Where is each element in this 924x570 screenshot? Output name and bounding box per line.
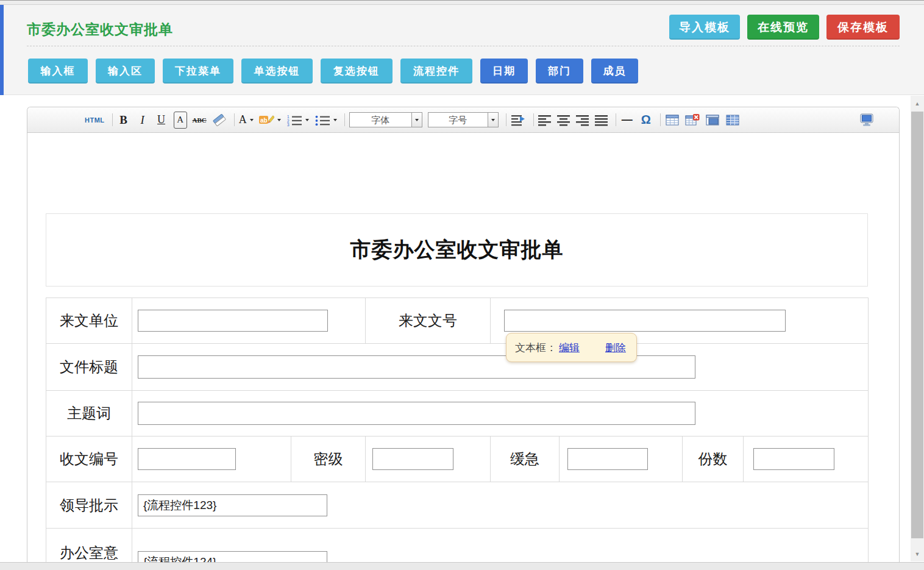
- strikethrough-button[interactable]: ABC: [193, 112, 207, 129]
- merge-cells-button[interactable]: [705, 112, 720, 129]
- ordered-list-icon: 1 2 3: [286, 114, 302, 126]
- font-family-select[interactable]: 字体: [349, 112, 422, 127]
- chevron-down-icon: [415, 119, 419, 121]
- underline-button[interactable]: U: [155, 112, 168, 129]
- align-left-button[interactable]: [538, 112, 552, 129]
- fullscreen-button[interactable]: [859, 112, 875, 129]
- toolbar-separator: [533, 113, 534, 126]
- subject-words-input[interactable]: [138, 402, 695, 425]
- header-action-buttons: 导入模板 在线预览 保存模板: [669, 15, 900, 40]
- add-input-box-button[interactable]: 输入框: [28, 59, 88, 84]
- source-unit-input[interactable]: [138, 310, 328, 332]
- security-level-input[interactable]: [372, 448, 453, 470]
- chevron-down-icon: [491, 119, 495, 121]
- add-flow-control-button[interactable]: 流程控件: [400, 59, 472, 84]
- align-justify-button[interactable]: [595, 112, 608, 129]
- doc-title-cell: [132, 344, 869, 391]
- online-preview-button[interactable]: 在线预览: [747, 15, 819, 40]
- page-title: 市委办公室收文审批单: [27, 20, 173, 39]
- svg-text:ab: ab: [260, 116, 268, 123]
- editor-document-area[interactable]: 市委办公室收文审批单 来文单位 来文文号: [27, 133, 899, 562]
- chevron-down-icon: [250, 119, 254, 121]
- eraser-icon[interactable]: [212, 112, 227, 129]
- combo-dropdown-button[interactable]: [411, 113, 422, 127]
- align-center-button[interactable]: [557, 112, 570, 129]
- edit-field-link[interactable]: 编辑: [559, 341, 580, 355]
- add-checkbox-button[interactable]: 复选按钮: [321, 59, 393, 84]
- office-opinion-input[interactable]: [138, 551, 327, 563]
- align-right-button[interactable]: [576, 112, 589, 129]
- copies-cell: [744, 436, 869, 482]
- leader-remarks-input[interactable]: [138, 494, 327, 516]
- toolbar-separator: [506, 113, 506, 126]
- delete-table-button[interactable]: [685, 112, 700, 129]
- source-unit-label: 来文单位: [46, 298, 132, 344]
- font-size-select[interactable]: 字号: [428, 112, 499, 127]
- indent-button[interactable]: [511, 112, 526, 129]
- align-justify-icon: [595, 114, 608, 126]
- urgency-input[interactable]: [567, 448, 648, 470]
- add-radio-button[interactable]: 单选按钮: [241, 59, 313, 84]
- vertical-scrollbar[interactable]: ▲ ▼: [911, 96, 924, 561]
- header-panel: 市委办公室收文审批单 导入模板 在线预览 保存模板 输入框 输入区 下拉菜单 单…: [0, 5, 924, 95]
- copies-label: 份数: [683, 436, 744, 482]
- table-properties-button[interactable]: [725, 112, 740, 129]
- toolbar-separator: [112, 113, 113, 126]
- chevron-down-icon: [333, 119, 337, 121]
- scroll-up-button[interactable]: ▲: [911, 97, 924, 110]
- add-input-area-button[interactable]: 输入区: [96, 59, 155, 84]
- chevron-down-icon: [277, 119, 281, 121]
- receipt-number-cell: [132, 436, 291, 482]
- add-date-button[interactable]: 日期: [480, 59, 528, 84]
- copies-input[interactable]: [753, 448, 834, 470]
- import-template-button[interactable]: 导入模板: [669, 15, 740, 40]
- font-color-button[interactable]: A: [239, 112, 254, 129]
- receipt-number-input[interactable]: [138, 448, 236, 470]
- combo-dropdown-button[interactable]: [488, 113, 498, 127]
- source-unit-cell: [132, 298, 366, 344]
- bottom-bar: [0, 562, 924, 570]
- chevron-down-icon: [305, 119, 309, 121]
- approval-form-table: 来文单位 来文文号 文件标题 主题词: [46, 297, 869, 562]
- align-left-icon: [538, 114, 552, 126]
- bold-button[interactable]: B: [117, 112, 130, 129]
- toolbar-separator: [344, 113, 345, 126]
- add-member-button[interactable]: 成员: [591, 59, 638, 84]
- left-accent-strip: [0, 5, 4, 95]
- add-dropdown-button[interactable]: 下拉菜单: [163, 59, 233, 84]
- unordered-list-button[interactable]: [315, 112, 337, 129]
- html-source-button[interactable]: HTML: [85, 112, 105, 129]
- horizontal-rule-button[interactable]: —: [620, 112, 634, 129]
- font-color-a-icon: A: [239, 113, 247, 126]
- office-opinion-label: 办公室意见: [46, 529, 132, 563]
- add-department-button[interactable]: 部门: [536, 59, 583, 84]
- italic-button[interactable]: I: [136, 112, 149, 129]
- urgency-cell: [560, 436, 683, 482]
- doc-title-label: 文件标题: [46, 344, 132, 391]
- highlight-color-button[interactable]: ab: [259, 112, 281, 129]
- special-character-button[interactable]: Ω: [639, 112, 653, 129]
- ordered-list-button[interactable]: 1 2 3: [286, 112, 309, 129]
- merge-cells-icon: [705, 113, 720, 127]
- editor-toolbar: HTML B I U A ABC A: [27, 107, 899, 133]
- leader-remarks-cell: [132, 482, 869, 529]
- toolbar-separator: [660, 113, 661, 126]
- font-format-button[interactable]: A: [174, 112, 187, 129]
- insert-table-button[interactable]: [665, 112, 680, 129]
- scrollbar-thumb[interactable]: [911, 112, 923, 538]
- urgency-label: 缓急: [491, 436, 560, 482]
- doc-number-input[interactable]: [504, 310, 786, 332]
- delete-field-link[interactable]: 删除: [605, 341, 626, 355]
- scroll-down-button[interactable]: ▼: [911, 547, 924, 560]
- indent-icon: [511, 113, 526, 127]
- toolbar-separator: [616, 113, 616, 126]
- window-top-edge: [0, 0, 924, 5]
- field-edit-tooltip: 文本框： 编辑 删除: [506, 333, 637, 362]
- insert-table-icon: [665, 113, 680, 127]
- save-template-button[interactable]: 保存模板: [826, 15, 900, 40]
- table-row: 收文编号 密级 缓急 份数: [46, 436, 869, 482]
- table-row: 来文单位 来文文号: [46, 298, 869, 344]
- subject-words-cell: [132, 391, 869, 436]
- fullscreen-monitor-icon: [859, 113, 875, 127]
- dashed-separator: [27, 46, 900, 46]
